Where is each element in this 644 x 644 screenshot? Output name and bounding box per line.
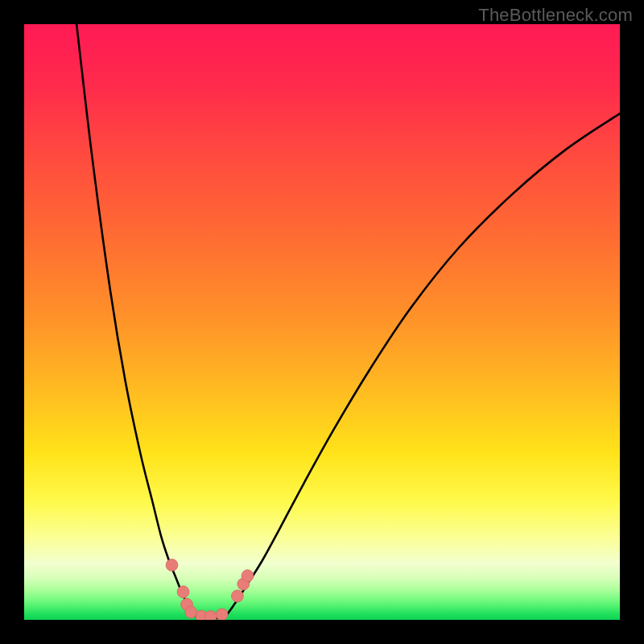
marker-point — [204, 611, 217, 620]
watermark-text: TheBottleneck.com — [478, 5, 633, 26]
chart-svg — [24, 24, 620, 620]
marker-point — [216, 609, 228, 620]
marker-point — [242, 570, 254, 582]
marker-group — [166, 559, 254, 620]
marker-point — [166, 559, 178, 572]
marker-point — [185, 606, 197, 618]
curve-left-branch — [76, 24, 194, 615]
outer-frame: TheBottleneck.com — [0, 0, 644, 644]
marker-point — [232, 590, 244, 602]
marker-point — [177, 586, 189, 598]
curve-right-branch — [227, 114, 620, 615]
plot-area — [24, 24, 620, 620]
series-group — [76, 24, 620, 618]
